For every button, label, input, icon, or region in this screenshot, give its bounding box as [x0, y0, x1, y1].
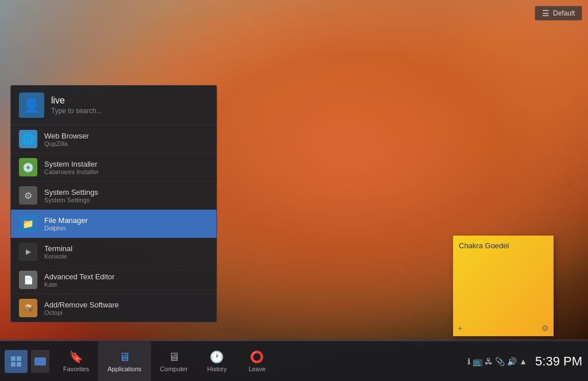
file-manager-icon: 📁 — [19, 214, 37, 233]
system-installer-title: System Installer — [44, 160, 208, 168]
avatar-icon: 👤 — [23, 97, 40, 113]
user-avatar: 👤 — [19, 93, 44, 118]
tray-network-icon[interactable]: 🖧 — [485, 357, 493, 366]
computer-label: Computer — [160, 365, 188, 372]
terminal-title: Terminal — [44, 244, 208, 253]
history-icon: 🕐 — [210, 350, 224, 364]
default-button[interactable]: ☰ Default — [535, 6, 582, 21]
menu-item-software-text: Add/Remove Software Octopi — [44, 301, 208, 316]
software-title: Add/Remove Software — [44, 301, 208, 309]
svg-rect-3 — [17, 362, 21, 367]
nav-tab-history[interactable]: 🕐 History — [197, 341, 237, 381]
tray-icons: ℹ 📺 🖧 📎 🔊 ▲ — [467, 357, 527, 366]
system-installer-icon: 💿 — [19, 158, 37, 176]
file-manager-subtitle: Dolphin — [44, 225, 208, 232]
grid-icon — [10, 356, 22, 367]
tray-arrow-icon[interactable]: ▲ — [519, 357, 527, 366]
applications-icon: 🖥 — [119, 351, 130, 364]
nav-tab-leave[interactable]: ⭕ Leave — [237, 341, 277, 381]
system-settings-title: System Settings — [44, 188, 208, 197]
system-installer-subtitle: Calamares Installer — [44, 168, 208, 175]
taskbar-left — [0, 341, 54, 381]
system-settings-subtitle: System Settings — [44, 197, 208, 203]
terminal-icon: ▶ — [19, 243, 37, 261]
clock: 5:39 PM — [535, 354, 582, 369]
svg-rect-1 — [17, 356, 21, 361]
menu-item-terminal-text: Terminal Konsole — [44, 244, 208, 260]
menu-item-text-editor-text: Advanced Text Editor Kate — [44, 272, 208, 288]
sticky-note-title: Chakra Goedel — [459, 241, 548, 250]
leave-label: Leave — [249, 365, 266, 372]
web-browser-subtitle: QupZilla — [44, 140, 208, 147]
text-editor-icon: 📄 — [19, 271, 37, 289]
history-label: History — [207, 365, 227, 372]
web-browser-icon: 🌐 — [19, 130, 37, 148]
tray-volume-icon[interactable]: 🔊 — [507, 357, 517, 366]
applications-label: Applications — [107, 365, 141, 372]
sticky-note-settings-icon[interactable]: ⚙ — [541, 324, 549, 333]
nav-tab-computer[interactable]: 🖥 Computer — [151, 341, 197, 381]
menu-item-web-browser[interactable]: 🌐 Web Browser QupZilla — [11, 125, 216, 153]
text-editor-title: Advanced Text Editor — [44, 272, 208, 281]
taskbar-window-button[interactable] — [31, 350, 49, 373]
menu-item-terminal[interactable]: ▶ Terminal Konsole — [11, 238, 216, 266]
menu-header: 👤 live Type to search... — [11, 86, 216, 125]
sticky-note-add-icon[interactable]: + — [458, 324, 462, 333]
tray-clip-icon[interactable]: 📎 — [495, 357, 505, 366]
nav-tab-applications[interactable]: 🖥 Applications — [98, 341, 150, 381]
app-menu: 👤 live Type to search... 🌐 Web Browser Q… — [10, 85, 217, 322]
default-label: Default — [553, 9, 575, 17]
menu-item-system-settings[interactable]: ⚙ System Settings System Settings — [11, 182, 216, 210]
menu-header-text: live Type to search... — [51, 95, 208, 115]
file-manager-title: File Manager — [44, 216, 208, 225]
menu-item-file-manager[interactable]: 📁 File Manager Dolphin — [11, 210, 216, 238]
bottom-nav: 🔖 Favorites 🖥 Applications 🖥 Computer 🕐 … — [54, 341, 462, 381]
menu-item-software[interactable]: 📦 Add/Remove Software Octopi — [11, 294, 216, 322]
hamburger-icon: ☰ — [542, 9, 550, 18]
tray-display-icon[interactable]: 📺 — [473, 357, 482, 366]
menu-item-text-editor[interactable]: 📄 Advanced Text Editor Kate — [11, 266, 216, 294]
software-icon: 📦 — [19, 299, 37, 317]
sticky-note-actions: + ⚙ — [458, 324, 549, 333]
taskbar: 🔖 Favorites 🖥 Applications 🖥 Computer 🕐 … — [0, 341, 588, 381]
menu-item-system-settings-text: System Settings System Settings — [44, 188, 208, 203]
menu-item-web-browser-text: Web Browser QupZilla — [44, 132, 208, 147]
text-editor-subtitle: Kate — [44, 281, 208, 288]
desktop: ☰ Default 👤 live Type to search... 🌐 Web… — [0, 0, 588, 381]
web-browser-title: Web Browser — [44, 132, 208, 140]
taskbar-window-inner — [34, 357, 46, 365]
software-subtitle: Octopi — [44, 309, 208, 316]
menu-item-file-manager-text: File Manager Dolphin — [44, 216, 208, 232]
leave-icon: ⭕ — [250, 350, 264, 364]
svg-rect-0 — [11, 356, 16, 361]
computer-icon: 🖥 — [168, 351, 180, 364]
tray-info-icon[interactable]: ℹ — [467, 357, 470, 366]
system-tray: ℹ 📺 🖧 📎 🔊 ▲ 5:39 PM — [462, 341, 588, 381]
username: live — [51, 95, 208, 106]
terminal-subtitle: Konsole — [44, 253, 208, 260]
menu-item-system-installer-text: System Installer Calamares Installer — [44, 160, 208, 175]
app-launcher-button[interactable] — [5, 350, 28, 373]
svg-rect-2 — [11, 362, 16, 367]
nav-tab-favorites[interactable]: 🔖 Favorites — [54, 341, 98, 381]
search-placeholder[interactable]: Type to search... — [51, 107, 208, 115]
favorites-label: Favorites — [63, 365, 89, 372]
favorites-icon: 🔖 — [69, 350, 83, 364]
sticky-note[interactable]: Chakra Goedel + ⚙ — [453, 236, 554, 336]
system-settings-icon: ⚙ — [19, 186, 37, 205]
menu-item-system-installer[interactable]: 💿 System Installer Calamares Installer — [11, 153, 216, 182]
